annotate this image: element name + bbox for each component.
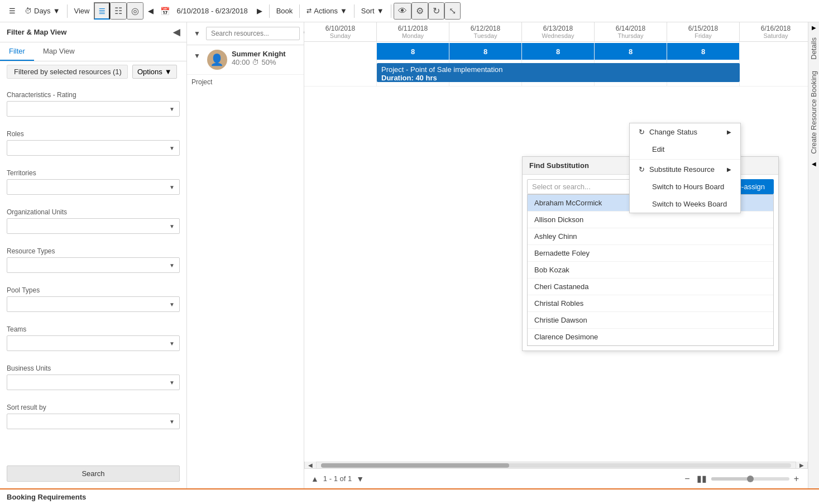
resource-types-select[interactable]: ▼ [7, 257, 180, 273]
cal-cell-6 [740, 42, 808, 86]
zoom-in-btn[interactable]: + [792, 474, 801, 484]
tab-filter[interactable]: Filter [0, 42, 34, 61]
sort-result-select[interactable]: ▼ [7, 414, 180, 429]
book-btn[interactable]: Book [272, 4, 298, 17]
resource-category: Project [187, 75, 304, 89]
zoom-out-btn[interactable]: − [682, 474, 692, 484]
business-units-select[interactable]: ▼ [7, 375, 180, 390]
switch-weeks-label: Switch to Weeks Board [652, 200, 727, 208]
filter-sort-result: Sort result by ▼ [0, 395, 186, 434]
globe-view-btn[interactable]: ◎ [127, 2, 143, 20]
filter-tabs: Filter Map View [0, 42, 186, 61]
resource-info-summer: Summer Knight 40:00 ⏱ 50% [232, 50, 299, 66]
change-status-arrow: ▶ [727, 129, 731, 135]
find-sub-item-8[interactable]: Clarence Desimone [528, 329, 773, 345]
filter-characteristics: Characteristics - Rating ▼ [0, 82, 186, 121]
details-collapse-arrow[interactable]: ▶ [810, 22, 818, 33]
find-sub-item-3[interactable]: Bernadette Foley [528, 245, 773, 262]
context-menu: ↻ Change Status ▶ Edit ↻ Substitute Reso… [629, 123, 741, 213]
filter-collapse-btn[interactable]: ◀ [173, 27, 180, 37]
top-toolbar: ☰ ⏱ Days ▼ View ≣ ☷ ◎ ◀ 📅 6/10/2018 - 6/… [0, 0, 819, 22]
date-col-3: 6/13/2018 Wednesday [522, 22, 595, 41]
find-sub-item-4[interactable]: Bob Kozak [528, 262, 773, 279]
sep1 [67, 4, 68, 18]
filter-badge: Filtered by selected resources (1) [7, 65, 128, 79]
details-panel[interactable]: ▶ Details Create Resource Booking ◀ [808, 22, 819, 488]
filter-roles: Roles ▼ [0, 121, 186, 160]
context-change-status[interactable]: ↻ Change Status ▶ [630, 123, 740, 141]
filter-panel-title: Filter & Map View [7, 28, 66, 36]
find-sub-item-1[interactable]: Allison Dickson [528, 212, 773, 228]
options-btn[interactable]: Options ▼ [132, 65, 177, 79]
context-edit[interactable]: Edit [630, 141, 740, 158]
sort-btn[interactable]: Sort ▼ [357, 4, 389, 17]
refresh-icon: ↻ [639, 128, 645, 136]
booking-req-bar: Booking Requirements [0, 488, 819, 504]
list-view-btn[interactable]: ≣ [94, 2, 110, 20]
schedule-icon-btn[interactable]: ☰ [4, 4, 20, 17]
zoom-handle[interactable] [747, 476, 754, 482]
settings-btn[interactable]: ⚙ [411, 2, 428, 20]
resource-collapse-left[interactable]: ▼ [191, 27, 203, 40]
hours-badge-2: 8 [449, 43, 521, 60]
actions-btn[interactable]: ⇄ Actions ▼ [302, 4, 352, 17]
pause-btn[interactable]: ▮▮ [695, 473, 709, 484]
context-substitute[interactable]: ↻ Substitute Resource ▶ [630, 161, 740, 178]
resource-item-summer[interactable]: ▼ 👤 Summer Knight 40:00 ⏱ 50% [187, 45, 304, 75]
resource-hours: 40:00 [232, 58, 250, 66]
expand-btn[interactable]: ⤡ [444, 2, 461, 20]
eye-btn[interactable]: 👁 [394, 3, 411, 20]
refresh-btn[interactable]: ↻ [428, 2, 444, 20]
context-switch-weeks[interactable]: Switch to Weeks Board [630, 195, 740, 213]
filter-org-units: Organizational Units ▼ [0, 199, 186, 238]
org-units-select[interactable]: ▼ [7, 218, 180, 234]
page-next-btn[interactable]: ▼ [356, 474, 364, 483]
create-booking-text: Create Resource Booking [810, 71, 818, 154]
h-scroll[interactable]: ◀ ▶ [304, 462, 808, 468]
cal-cell-0 [304, 42, 377, 86]
sort-result-label: Sort result by [7, 404, 180, 411]
tab-map[interactable]: Map View [34, 42, 84, 61]
days-dropdown[interactable]: ⏱ Days ▼ [20, 4, 65, 17]
characteristics-select[interactable]: ▼ [7, 101, 180, 117]
filter-row-badge: Filtered by selected resources (1) Optio… [0, 61, 186, 82]
clock-icon: ⏱ [25, 7, 32, 15]
filter-pool-types: Pool Types ▼ [0, 277, 186, 316]
find-sub-item-7[interactable]: Christie Dawson [528, 312, 773, 329]
find-sub-item-2[interactable]: Ashley Chinn [528, 228, 773, 245]
bottom-bar: ▲ 1 - 1 of 1 ▼ − ▮▮ + [304, 468, 808, 488]
resource-panel: ▼ 🔍 ▼ 👤 Summer Knight 40:00 ⏱ 50% Projec… [187, 22, 304, 488]
context-switch-hours[interactable]: Switch to Hours Board [630, 178, 740, 195]
date-label-3: 6/13/2018 [522, 25, 594, 32]
prev-btn[interactable]: ◀ [143, 4, 158, 17]
teams-select[interactable]: ▼ [7, 335, 180, 351]
search-button[interactable]: Search [7, 465, 180, 482]
resource-utilization: 50% [261, 58, 276, 66]
find-sub-item-5[interactable]: Cheri Castaneda [528, 279, 773, 295]
create-booking-label: Create Resource Booking [810, 66, 818, 159]
next-btn[interactable]: ▶ [252, 4, 267, 17]
grid-view-btn[interactable]: ☷ [110, 2, 127, 20]
details-text: Details [810, 37, 818, 60]
hours-badge-3: 8 [522, 43, 594, 60]
booking-bar[interactable]: Project - Point of Sale implementation D… [377, 63, 740, 82]
change-status-label: Change Status [649, 128, 697, 136]
booking-title: Project - Point of Sale implementation [381, 65, 735, 74]
territories-label: Territories [7, 169, 180, 177]
substitute-label: Substitute Resource [649, 165, 715, 174]
territories-select[interactable]: ▼ [7, 179, 180, 195]
resource-row-collapse[interactable]: ▼ [191, 50, 203, 62]
details-expand-arrow[interactable]: ◀ [810, 159, 818, 169]
resource-search-input[interactable] [206, 27, 300, 40]
resource-meta-summer: 40:00 ⏱ 50% [232, 58, 299, 66]
sep2 [269, 4, 270, 18]
date-label-1: 6/11/2018 [377, 25, 449, 32]
filter-teams: Teams ▼ [0, 316, 186, 356]
roles-select[interactable]: ▼ [7, 140, 180, 156]
page-prev-btn[interactable]: ▲ [311, 474, 319, 483]
zoom-bar[interactable] [711, 477, 789, 481]
find-sub-item-6[interactable]: Christal Robles [528, 295, 773, 312]
pool-types-select[interactable]: ▼ [7, 296, 180, 312]
booking-duration: Duration: 40 hrs [381, 74, 735, 82]
day-label-6: Saturday [740, 32, 808, 39]
